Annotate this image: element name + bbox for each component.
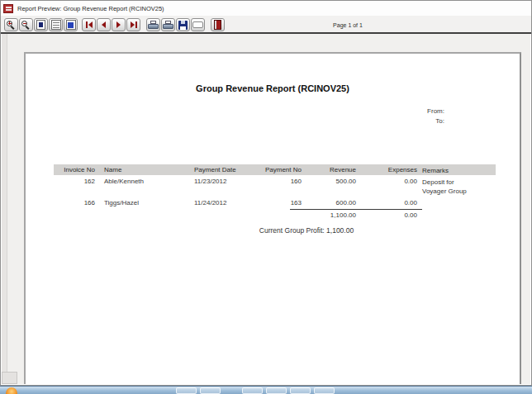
- cell-invoice-no: 162: [50, 178, 95, 185]
- cell-name: Able/Kenneth: [104, 178, 191, 185]
- table-row: 162 Able/Kenneth 11/23/2012 160 500.00 0…: [26, 178, 520, 188]
- save-icon: [178, 21, 188, 30]
- close-preview-button[interactable]: [211, 18, 225, 31]
- multi-page-icon: [66, 20, 76, 30]
- col-header-revenue: Revenue: [298, 166, 356, 173]
- col-header-name: Name: [104, 166, 191, 173]
- col-header-invoice-no: Invoice No: [50, 166, 95, 173]
- next-page-button[interactable]: [112, 18, 126, 31]
- first-page-icon: [86, 21, 93, 28]
- first-page-button[interactable]: [82, 18, 96, 31]
- scroll-corner: [2, 372, 17, 384]
- whole-page-view-button[interactable]: [34, 18, 48, 31]
- start-button-orb-icon[interactable]: [6, 387, 17, 394]
- group-profit-line: Current Group Profit: 1,100.00: [191, 226, 422, 235]
- print-button[interactable]: [161, 18, 175, 31]
- zoom-out-button[interactable]: [19, 18, 33, 31]
- window-title: Report Preview: Group Revenue Report (RC…: [17, 5, 164, 12]
- cell-expenses: 0.00: [359, 178, 417, 185]
- report-page: Group Revenue Report (RCINOV25) From: To…: [24, 52, 521, 384]
- page-width-view-button[interactable]: [49, 18, 63, 31]
- zoom-out-icon: [21, 21, 31, 30]
- page-indicator: Page 1 of 1: [273, 22, 422, 28]
- page-width-icon: [51, 20, 61, 30]
- last-page-button[interactable]: [126, 18, 140, 31]
- exit-door-icon: [214, 20, 221, 30]
- export-icon: [192, 21, 203, 28]
- printer-setup-icon: [148, 21, 159, 29]
- report-preview-window: Report Preview: Group Revenue Report (RC…: [0, 0, 532, 386]
- cell-payment-no: 160: [224, 178, 302, 185]
- zoom-in-button[interactable]: [4, 18, 18, 31]
- toolbar: Page 1 of 1: [1, 16, 531, 34]
- whole-page-icon: [36, 20, 45, 30]
- report-title: Group Revenue Report (RCINOV25): [26, 83, 520, 93]
- next-page-icon: [116, 21, 121, 28]
- table-header-row: Invoice No Name Payment Date Payment No …: [26, 166, 520, 176]
- col-header-remarks: Remarks: [422, 166, 473, 175]
- app-icon: [3, 4, 13, 13]
- taskbar-button[interactable]: [290, 387, 311, 394]
- table-row: 166 Tiggs/Hazel 11/24/2012 163 600.00 0.…: [26, 199, 520, 209]
- previous-page-icon: [102, 21, 106, 28]
- titlebar: Report Preview: Group Revenue Report (RC…: [1, 1, 531, 16]
- totals-row: 1,100.00 0.00: [26, 211, 520, 221]
- zoom-in-icon: [7, 21, 16, 30]
- cell-expenses: 0.00: [359, 199, 417, 206]
- cell-revenue: 600.00: [298, 199, 356, 206]
- taskbar-button[interactable]: [266, 387, 287, 394]
- last-page-icon: [131, 21, 137, 28]
- printer-setup-button[interactable]: [146, 18, 160, 31]
- multi-page-view-button[interactable]: [64, 18, 78, 31]
- col-header-expenses: Expenses: [359, 166, 417, 173]
- cell-payment-no: 163: [224, 199, 302, 206]
- taskbar-buttons: [176, 387, 338, 394]
- export-button[interactable]: [191, 18, 205, 31]
- total-revenue: 1,100.00: [298, 211, 356, 219]
- total-expenses: 0.00: [359, 211, 417, 219]
- previous-page-button[interactable]: [97, 18, 111, 31]
- cell-remarks: Deposit for Voyager Group: [422, 178, 473, 196]
- preview-left-strip: [2, 34, 7, 384]
- totals-rule: [290, 209, 422, 210]
- windows-taskbar: [0, 386, 532, 394]
- preview-area: Group Revenue Report (RCINOV25) From: To…: [2, 34, 530, 384]
- print-icon: [163, 21, 173, 29]
- cell-invoice-no: 166: [50, 199, 95, 206]
- cell-revenue: 500.00: [298, 178, 356, 185]
- cell-name: Tiggs/Hazel: [104, 199, 191, 206]
- col-header-payment-no: Payment No: [224, 166, 302, 173]
- to-label: To:: [340, 117, 444, 125]
- taskbar-button[interactable]: [176, 387, 197, 394]
- save-button[interactable]: [176, 18, 190, 31]
- taskbar-button[interactable]: [242, 387, 263, 394]
- taskbar-button[interactable]: [200, 387, 221, 394]
- taskbar-button[interactable]: [314, 387, 335, 394]
- from-label: From:: [340, 107, 444, 115]
